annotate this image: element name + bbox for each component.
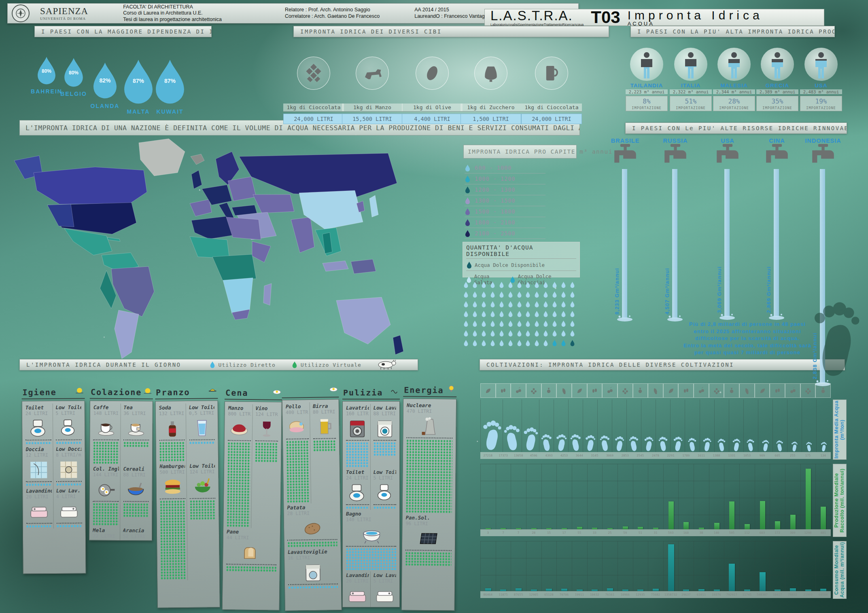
legend-range: 1300 - 1500: [475, 197, 515, 204]
produzione-bar: [790, 515, 796, 529]
produzione-bar: [745, 524, 750, 529]
cereal-icon: [123, 479, 149, 500]
drop-icon: [490, 301, 495, 308]
drop-icon: [465, 186, 471, 194]
drop-icon: [465, 175, 471, 183]
daily-legend-virtual: Utilizzo Virtuale: [292, 361, 361, 368]
procapite-title: I PAESI CON LA PIU' ALTA IMPRONTA IDRICA…: [630, 26, 835, 37]
day-item-value: 80 LITRI: [313, 409, 335, 415]
drop-icon: [525, 291, 531, 298]
bread-icon: [226, 542, 277, 564]
grid-drop: [463, 311, 472, 319]
ruler-dotted-line: [374, 504, 397, 505]
consumo-value: 11875: [496, 591, 511, 598]
produzione-value: 33: [587, 529, 603, 536]
footprint-value: 1388: [709, 452, 724, 459]
grid-drop: [543, 301, 552, 309]
grid-drop: [525, 340, 534, 348]
drop-icon: [465, 164, 471, 172]
crop-icon: [694, 383, 709, 398]
produzione-value: 595: [724, 529, 739, 536]
drop-icon: [570, 330, 575, 337]
day-panel-title: Energia: [403, 384, 456, 397]
consumo-bar-cell: [480, 541, 496, 591]
drop-icon: [534, 311, 539, 317]
footprint-icon: [481, 421, 503, 452]
food-item: 1kg di Manzo15,500 LITRI: [342, 57, 403, 124]
produzione-bar-cell: [587, 464, 603, 529]
day-item-card: Low Lavatr.88 LITRI: [372, 404, 398, 468]
faucet-icon: [808, 144, 838, 167]
ruler-dotted-line: [255, 440, 278, 442]
ruler-dotted-line: [313, 438, 336, 439]
solar-icon: [405, 528, 452, 549]
crop-icon: [511, 383, 526, 398]
grid-drop: [561, 320, 570, 329]
procapite-import-box: 8%IMPORTAZIONE: [626, 96, 668, 111]
footprint-cell: [597, 400, 612, 452]
drop-icon: [463, 340, 469, 347]
day-row: Lavastoviglie16 LITRI: [287, 547, 339, 590]
drop-icon: [525, 320, 531, 327]
food-icon-circle: [474, 57, 507, 90]
grid-drop: [472, 340, 481, 348]
consumo-bar-cell: [815, 541, 831, 591]
crop-icon: [480, 383, 496, 398]
procapite-import-pct: 8%: [626, 97, 667, 105]
day-item-value: 144 LITRI: [93, 472, 119, 478]
procapite-country: GRECIA: [756, 82, 798, 89]
day-item-card: Patata28 LITRI: [286, 503, 339, 548]
consumo-bar-cell: [496, 541, 511, 591]
drop-icon: [463, 281, 469, 288]
foods-title: IMPRONTA IDRICA DEI DIVERSI CIBI: [293, 26, 609, 37]
footprint-value: 134: [815, 452, 831, 459]
ruler-dotted-line: [405, 550, 452, 551]
drop-icon: [472, 291, 478, 298]
person-icon: [682, 52, 700, 81]
food-label: 1kg di Zucchero: [461, 104, 521, 112]
procapite-country: ITALIA: [670, 82, 712, 89]
produzione-bar-cell: [648, 464, 663, 529]
day-item-value: 0,5 LITRI: [189, 410, 214, 416]
drop-icon: [466, 261, 472, 269]
footprint-cell: [568, 400, 583, 452]
day-item-label: Hamburger: [159, 463, 185, 469]
grid-drop: [552, 320, 561, 329]
drop-icon: [508, 320, 513, 327]
crop-icon: [648, 383, 663, 398]
ruler-dotted-line: [123, 501, 149, 502]
grid-drop: [490, 320, 499, 329]
ruler-dotted-line: [26, 481, 52, 482]
drop-icon: [490, 330, 495, 337]
day-row: Soda132 LITRILow Toilet0,5 LITRI: [158, 403, 216, 462]
consumo-value: 70706: [556, 591, 572, 598]
footprint-icon: [570, 434, 582, 452]
footprint-row: [480, 400, 831, 452]
day-item-card: Caffe148 LITRI: [92, 404, 121, 465]
day-row: Hamburger500 LITRILow Toilet124 LITRI: [158, 462, 217, 580]
produzione-value: 7: [511, 529, 526, 536]
produzione-value: 112: [739, 529, 755, 536]
consumo-value: 10432: [587, 591, 603, 598]
consumo-value: 12905: [526, 591, 541, 598]
produzione-bar: [760, 501, 765, 529]
ruler-dotted-line: [56, 440, 82, 440]
drop-icon: [499, 320, 504, 327]
produzione-bar-cell: [678, 464, 694, 529]
footprint-value: 4596: [526, 452, 541, 459]
drop-icon: [472, 301, 478, 308]
day-item-label: Mela: [93, 527, 119, 533]
drop-icon: [472, 311, 478, 317]
day-row: Lavandino20 LITRILow Lavand.5 LITRI: [345, 571, 397, 607]
day-item-card: Toilet24 LITRI: [345, 468, 371, 510]
footprint-icon: [806, 442, 813, 452]
day-item-label: Low Toilet: [189, 463, 215, 469]
drop-icon: [517, 330, 522, 337]
grid-drop: [463, 291, 472, 300]
crop-icon: [800, 383, 816, 398]
day-item-card: Bagno140 LITRI: [345, 510, 397, 571]
faucet-icon: [660, 144, 690, 167]
footprint-icon: [614, 436, 625, 452]
grid-drop: [481, 301, 490, 309]
produzione-value: 3: [480, 529, 496, 536]
